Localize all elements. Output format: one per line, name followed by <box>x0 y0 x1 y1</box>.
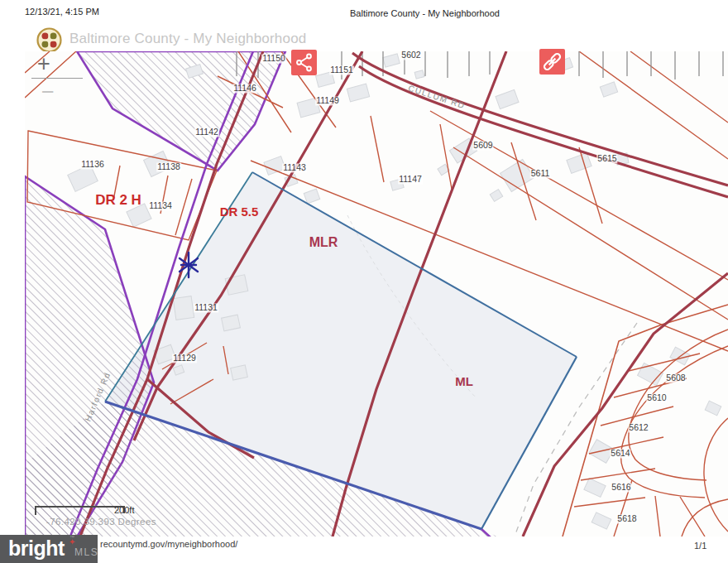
print-footer-url: recountymd.gov/myneighborhood/ <box>100 539 237 549</box>
coordinates-readout: -76.420 39.393 Degrees <box>46 517 156 527</box>
brand-trademark: ™ <box>69 535 74 540</box>
zoom-in-button[interactable]: + <box>37 53 50 75</box>
brand-wordmark: bright <box>8 537 65 561</box>
brand-suffix: MLS <box>74 546 98 558</box>
bright-mls-logo: bright ✦ ™ MLS <box>0 535 98 563</box>
zoom-control-divider <box>31 78 83 79</box>
link-icon[interactable] <box>539 49 565 75</box>
scale-bar-label: 200ft <box>114 505 134 515</box>
page-number: 1/1 <box>694 541 706 551</box>
share-icon[interactable] <box>291 50 317 75</box>
printed-page: 12/13/21, 4:15 PM Baltimore County - My … <box>0 0 728 563</box>
zoom-out-button[interactable]: − <box>41 81 55 103</box>
map-canvas[interactable] <box>0 0 728 563</box>
